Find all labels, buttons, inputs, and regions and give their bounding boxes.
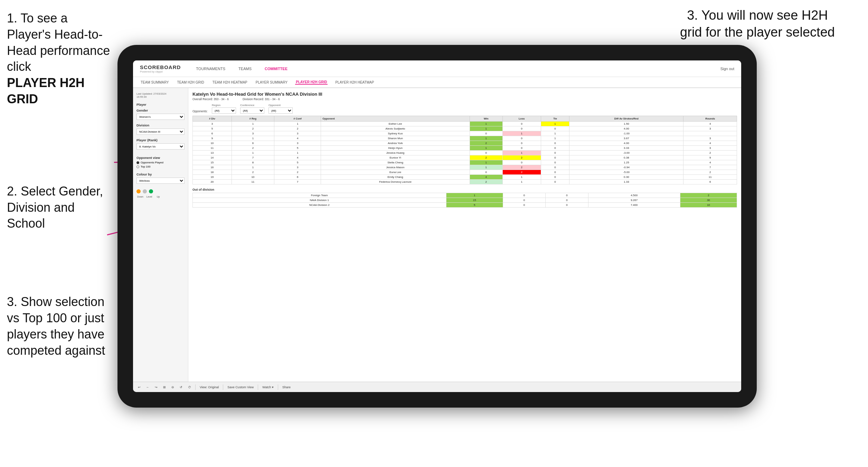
cell-loss: 1 <box>502 175 541 180</box>
overall-record: Overall Record: 353 - 34 - 6 <box>192 97 229 101</box>
ood-diff: 4.500 <box>588 193 680 198</box>
sub-nav-player-h2h-grid[interactable]: PLAYER H2H GRID <box>295 80 328 85</box>
sub-nav-player-summary[interactable]: PLAYER SUMMARY <box>255 80 288 84</box>
step2-block: 2. Select Gender, Division and School <box>7 183 111 232</box>
sub-nav-team-h2h-heatmap[interactable]: TEAM H2H HEATMAP <box>212 80 248 84</box>
colour-dot-level <box>143 189 147 193</box>
toolbar-grid[interactable]: ⊞ <box>162 385 167 390</box>
toolbar-watch[interactable]: Watch ▾ <box>261 385 275 390</box>
cell-win: 1 <box>470 136 502 141</box>
cell-diff: -1.00 <box>569 131 683 136</box>
cell-win: 1 <box>470 160 502 165</box>
cell-conf: 2 <box>274 126 321 131</box>
cell-reg: 8 <box>232 160 274 165</box>
ood-rounds: 2 <box>680 193 737 198</box>
cell-diff: -0.94 <box>569 165 683 170</box>
player-rank-select[interactable]: 8. Katelyn Vo <box>136 143 185 150</box>
cell-tie: 0 <box>541 165 569 170</box>
sub-nav-team-summary[interactable]: TEAM SUMMARY <box>140 80 170 84</box>
nav-committee[interactable]: COMMITTEE <box>263 67 289 71</box>
toolbar-save[interactable]: Save Custom View <box>226 385 255 390</box>
left-panel: Last Updated: 27/03/2024 16:55:39 Player… <box>133 88 188 382</box>
gender-label: Gender <box>136 108 185 112</box>
toolbar-redo[interactable]: ↪ <box>153 385 159 390</box>
toolbar-minus[interactable]: ⊖ <box>170 385 176 390</box>
cell-tie: 1 <box>541 136 569 141</box>
cell-win: 0 <box>470 131 502 136</box>
ood-row: NCAA Division 2 5 0 0 7.400 10 <box>193 203 737 208</box>
ood-win: 15 <box>446 198 503 203</box>
cell-div: 9 <box>193 136 232 141</box>
bottom-toolbar: ↩ ← ↪ ⊞ ⊖ ↺ ⏱ View: Original Save Custom… <box>133 382 741 392</box>
cell-rounds: 4 <box>683 160 737 165</box>
toolbar-sep4 <box>278 384 278 390</box>
cell-rounds: 3 <box>683 136 737 141</box>
table-row: 16 1 3 Jessica Mason 1 2 0 -0.94 7 <box>193 165 737 170</box>
toolbar-undo[interactable]: ↩ <box>136 385 142 390</box>
filter-opponent-select[interactable]: (All) <box>268 107 293 114</box>
sub-nav-team-h2h-grid[interactable]: TEAM H2H GRID <box>177 80 205 84</box>
step3-left-text: 3. Show selection vs Top 100 or just pla… <box>7 295 105 357</box>
ood-rounds: 10 <box>680 203 737 208</box>
cell-div: 10 <box>193 141 232 146</box>
colour-select[interactable]: Win/loss <box>136 178 185 184</box>
ood-team: Foreign Team <box>193 193 446 198</box>
cell-diff: 3.67 <box>569 136 683 141</box>
ood-team: NAIA Division 1 <box>193 198 446 203</box>
toolbar-refresh[interactable]: ↺ <box>178 385 184 390</box>
timestamp: Last Updated: 27/03/2024 16:55:39 <box>136 92 185 98</box>
cell-tie: 0 <box>541 146 569 151</box>
gender-select[interactable]: Women's <box>136 114 185 120</box>
cell-reg: 6 <box>232 141 274 146</box>
cell-tie: 0 <box>541 141 569 146</box>
cell-conf: 4 <box>274 136 321 141</box>
cell-diff: -3.00 <box>569 151 683 155</box>
cell-rounds: 2 <box>683 170 737 175</box>
toolbar-share[interactable]: Share <box>281 385 292 390</box>
radio-label-opponents: Opponents Played <box>141 161 163 164</box>
ood-row: Foreign Team 1 0 0 4.500 2 <box>193 193 737 198</box>
colour-label-up: Up <box>154 196 162 198</box>
cell-win: 0 <box>470 151 502 155</box>
filter-region-select[interactable]: (All) <box>212 107 236 114</box>
cell-loss: 2 <box>502 165 541 170</box>
out-of-division-table: Foreign Team 1 0 0 4.500 2 NAIA Division… <box>192 193 737 208</box>
data-table: # Div # Reg # Conf Opponent Win Loss Tie… <box>192 116 737 184</box>
cell-conf: 1 <box>274 151 321 155</box>
cell-reg: 1 <box>232 165 274 170</box>
sign-out[interactable]: Sign out <box>720 67 734 71</box>
cell-div: 5 <box>193 126 232 131</box>
cell-rounds: 7 <box>683 165 737 170</box>
toolbar-clock[interactable]: ⏱ <box>187 385 192 390</box>
division-select[interactable]: NCAA Division III <box>136 128 185 135</box>
sub-nav-player-h2h-heatmap[interactable]: PLAYER H2H HEATMAP <box>334 80 375 84</box>
grid-subtitle: Overall Record: 353 - 34 - 6 Division Re… <box>192 97 737 101</box>
cell-loss: 0 <box>502 126 541 131</box>
nav-tournaments[interactable]: TOURNAMENTS <box>195 67 227 71</box>
radio-dot-opponents <box>136 161 139 164</box>
cell-tie: 1 <box>541 131 569 136</box>
cell-div: 6 <box>193 131 232 136</box>
cell-loss: 2 <box>502 155 541 160</box>
toolbar-back[interactable]: ← <box>145 385 151 390</box>
radio-top100[interactable]: Top 100 <box>136 165 185 168</box>
cell-loss: 1 <box>502 131 541 136</box>
cell-conf: 1 <box>274 122 321 126</box>
cell-loss: 1 <box>502 180 541 184</box>
cell-opponent: Jessica Huang <box>321 151 470 155</box>
cell-rounds: 9 <box>683 155 737 160</box>
table-row: 18 2 2 Euna Lee 0 2 0 -5.00 2 <box>193 170 737 175</box>
toolbar-view[interactable]: View: Original <box>198 385 220 390</box>
col-win: Win <box>470 116 502 122</box>
filter-opponent-group: Opponent (All) <box>268 104 293 114</box>
radio-opponents-played[interactable]: Opponents Played <box>136 161 185 164</box>
ood-loss: 0 <box>503 203 545 208</box>
filter-conference-select[interactable]: (All) <box>240 107 264 114</box>
table-row: 6 3 3 Sydney Kuo 0 1 1 -1.00 <box>193 131 737 136</box>
colour-by-label: Colour by <box>136 172 185 176</box>
table-row: 11 2 5 Heejo Hyun 1 0 0 3.33 3 <box>193 146 737 151</box>
cell-div: 3 <box>193 122 232 126</box>
cell-opponent: Federica Domecq Lacroze <box>321 180 470 184</box>
nav-teams[interactable]: TEAMS <box>237 67 253 71</box>
cell-rounds: 2 <box>683 151 737 155</box>
